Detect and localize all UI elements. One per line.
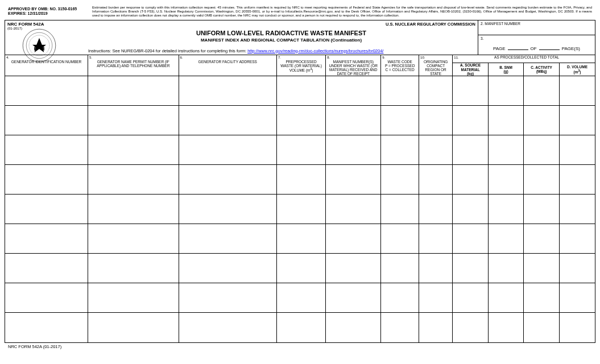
table-cell[interactable] (277, 165, 326, 195)
table-cell[interactable] (419, 313, 453, 342)
table-cell[interactable] (179, 165, 276, 195)
table-cell[interactable] (277, 283, 326, 313)
table-cell[interactable] (381, 313, 419, 342)
table-cell[interactable] (179, 313, 276, 342)
table-cell[interactable] (381, 195, 419, 224)
table-cell[interactable] (453, 165, 489, 195)
table-cell[interactable] (277, 135, 326, 165)
table-cell[interactable] (277, 106, 326, 135)
table-cell[interactable] (453, 76, 489, 106)
page-total-field[interactable] (539, 44, 560, 50)
table-cell[interactable] (326, 224, 381, 254)
table-cell[interactable] (559, 165, 595, 195)
table-cell[interactable] (277, 224, 326, 254)
table-cell[interactable] (419, 254, 453, 283)
table-cell[interactable] (419, 76, 453, 106)
table-cell[interactable] (5, 135, 88, 165)
table-cell[interactable] (88, 165, 179, 195)
table-cell[interactable] (524, 283, 560, 313)
table-cell[interactable] (88, 224, 179, 254)
table-cell[interactable] (326, 165, 381, 195)
table-cell[interactable] (88, 106, 179, 135)
table-cell[interactable] (381, 254, 419, 283)
table-cell[interactable] (524, 254, 560, 283)
table-cell[interactable] (559, 313, 595, 342)
instructions-link[interactable]: http://www.nrc.gov/reading-rm/doc-collec… (247, 48, 383, 53)
table-cell[interactable] (277, 76, 326, 106)
table-cell[interactable] (179, 195, 276, 224)
table-cell[interactable] (5, 195, 88, 224)
table-cell[interactable] (453, 135, 489, 165)
table-cell[interactable] (524, 135, 560, 165)
table-cell[interactable] (488, 195, 524, 224)
table-cell[interactable] (5, 224, 88, 254)
table-cell[interactable] (524, 76, 560, 106)
table-cell[interactable] (179, 224, 276, 254)
table-cell[interactable] (326, 135, 381, 165)
table-cell[interactable] (88, 283, 179, 313)
table-cell[interactable] (559, 106, 595, 135)
table-cell[interactable] (488, 76, 524, 106)
table-cell[interactable] (88, 195, 179, 224)
table-cell[interactable] (179, 283, 276, 313)
table-cell[interactable] (326, 106, 381, 135)
table-cell[interactable] (179, 106, 276, 135)
table-cell[interactable] (381, 224, 419, 254)
table-cell[interactable] (326, 283, 381, 313)
table-cell[interactable] (5, 165, 88, 195)
table-cell[interactable] (453, 106, 489, 135)
table-cell[interactable] (524, 313, 560, 342)
table-cell[interactable] (88, 254, 179, 283)
table-cell[interactable] (453, 224, 489, 254)
table-cell[interactable] (524, 224, 560, 254)
table-cell[interactable] (453, 195, 489, 224)
table-cell[interactable] (5, 283, 88, 313)
table-cell[interactable] (488, 224, 524, 254)
table-cell[interactable] (381, 76, 419, 106)
table-cell[interactable] (524, 195, 560, 224)
table-cell[interactable] (88, 313, 179, 342)
page-current-field[interactable] (508, 44, 528, 50)
table-cell[interactable] (488, 165, 524, 195)
table-cell[interactable] (419, 224, 453, 254)
table-cell[interactable] (559, 195, 595, 224)
table-cell[interactable] (326, 195, 381, 224)
table-cell[interactable] (381, 135, 419, 165)
table-cell[interactable] (453, 313, 489, 342)
table-cell[interactable] (488, 313, 524, 342)
table-cell[interactable] (381, 283, 419, 313)
table-cell[interactable] (88, 76, 179, 106)
table-cell[interactable] (488, 106, 524, 135)
table-cell[interactable] (488, 135, 524, 165)
table-cell[interactable] (5, 254, 88, 283)
table-cell[interactable] (5, 313, 88, 342)
table-cell[interactable] (326, 254, 381, 283)
table-cell[interactable] (277, 254, 326, 283)
table-cell[interactable] (179, 254, 276, 283)
table-cell[interactable] (5, 106, 88, 135)
table-cell[interactable] (559, 135, 595, 165)
table-cell[interactable] (179, 76, 276, 106)
table-cell[interactable] (419, 106, 453, 135)
table-cell[interactable] (453, 283, 489, 313)
table-cell[interactable] (277, 195, 326, 224)
table-cell[interactable] (326, 76, 381, 106)
table-cell[interactable] (524, 106, 560, 135)
table-cell[interactable] (559, 224, 595, 254)
table-cell[interactable] (453, 254, 489, 283)
table-cell[interactable] (5, 76, 88, 106)
table-cell[interactable] (419, 283, 453, 313)
table-cell[interactable] (559, 283, 595, 313)
table-cell[interactable] (488, 283, 524, 313)
table-cell[interactable] (559, 254, 595, 283)
table-cell[interactable] (88, 135, 179, 165)
table-cell[interactable] (419, 165, 453, 195)
table-cell[interactable] (559, 76, 595, 106)
table-cell[interactable] (381, 106, 419, 135)
table-cell[interactable] (381, 165, 419, 195)
table-cell[interactable] (419, 135, 453, 165)
table-cell[interactable] (419, 195, 453, 224)
table-cell[interactable] (277, 313, 326, 342)
table-cell[interactable] (326, 313, 381, 342)
table-cell[interactable] (524, 165, 560, 195)
